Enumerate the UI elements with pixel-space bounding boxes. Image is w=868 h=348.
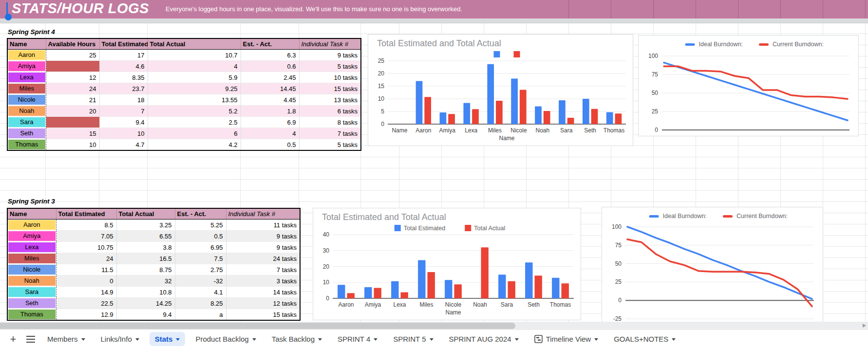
data-cell[interactable]: 10: [99, 128, 148, 139]
data-cell[interactable]: 4.6: [99, 61, 148, 72]
member-name-cell[interactable]: Lexa: [7, 72, 46, 83]
sheet-tab-timeline-view[interactable]: Timeline View: [529, 332, 604, 346]
column-header[interactable]: Individual Task #: [299, 38, 361, 50]
data-cell[interactable]: 8.75: [116, 264, 175, 275]
data-cell[interactable]: 10.7: [148, 50, 241, 61]
data-cell[interactable]: 9 tasks: [299, 50, 361, 61]
data-cell[interactable]: 12 tasks: [226, 298, 300, 309]
data-cell[interactable]: 10.8: [116, 287, 175, 298]
member-name-cell[interactable]: Thomas: [7, 309, 56, 321]
member-name-cell[interactable]: Sara: [7, 117, 46, 128]
data-cell[interactable]: 23.7: [99, 83, 148, 94]
data-cell[interactable]: 9 tasks: [226, 231, 300, 242]
data-cell[interactable]: 20: [46, 106, 99, 117]
member-name-cell[interactable]: Aaron: [7, 220, 56, 231]
data-cell[interactable]: 1.8: [241, 106, 299, 117]
column-header[interactable]: Est. - Act.: [241, 38, 299, 50]
member-name-cell[interactable]: Amiya: [7, 231, 56, 242]
member-name-cell[interactable]: Miles: [7, 83, 46, 94]
data-cell[interactable]: 9.4: [99, 117, 148, 128]
data-cell[interactable]: 11.5: [56, 264, 116, 275]
data-cell[interactable]: 6.95: [175, 242, 226, 253]
data-cell[interactable]: 15 tasks: [299, 83, 361, 94]
data-cell[interactable]: 6 tasks: [299, 106, 361, 117]
selection-handle-dot[interactable]: [5, 14, 12, 20]
sheet-tab-members[interactable]: Members: [42, 332, 91, 346]
data-cell[interactable]: 14.9: [56, 287, 116, 298]
data-cell[interactable]: 5.2: [148, 106, 241, 117]
sheet-tab-sprint-4[interactable]: SPRINT 4: [332, 332, 383, 346]
sheet-tab-sprint-5[interactable]: SPRINT 5: [388, 332, 438, 346]
data-cell[interactable]: 32: [116, 275, 175, 287]
column-header[interactable]: Available Hours: [46, 38, 99, 50]
data-cell[interactable]: 22.5: [56, 298, 116, 309]
data-cell[interactable]: 16.5: [116, 253, 175, 264]
horizontal-scrollbar[interactable]: [0, 322, 868, 330]
data-cell[interactable]: 2.45: [241, 72, 299, 83]
sheet-tab-goals-notes[interactable]: GOALS+NOTES: [608, 332, 681, 346]
column-header[interactable]: Total Actual: [148, 38, 241, 50]
data-cell[interactable]: 8 tasks: [299, 117, 361, 128]
data-cell[interactable]: 0.6: [241, 61, 299, 72]
data-cell[interactable]: 12: [46, 72, 99, 83]
data-cell[interactable]: 3.25: [116, 220, 175, 231]
data-cell[interactable]: -32: [175, 275, 226, 287]
data-cell[interactable]: 6.3: [241, 50, 299, 61]
column-header[interactable]: Individual Task #: [226, 208, 300, 220]
data-cell[interactable]: 0: [56, 275, 116, 287]
data-cell[interactable]: 5 tasks: [299, 139, 361, 151]
data-cell[interactable]: 24: [46, 83, 99, 94]
data-cell[interactable]: 15 tasks: [226, 309, 300, 321]
sheet-tab-links-info[interactable]: Links/Info: [95, 332, 145, 346]
data-cell[interactable]: 24: [56, 253, 116, 264]
bar-chart[interactable]: Total Estimated and Total Actual05101520…: [368, 34, 633, 146]
data-cell[interactable]: 3.8: [116, 242, 175, 253]
data-cell[interactable]: 14.25: [116, 298, 175, 309]
data-cell[interactable]: 10 tasks: [299, 72, 361, 83]
sheet-tab-product-backlog[interactable]: Product Backlog: [190, 332, 261, 346]
data-cell[interactable]: 7 tasks: [226, 264, 300, 275]
member-name-cell[interactable]: Lexa: [7, 242, 56, 253]
data-cell[interactable]: 7 tasks: [299, 128, 361, 139]
data-cell[interactable]: 12.9: [56, 309, 116, 321]
data-cell[interactable]: 15: [46, 128, 99, 139]
data-cell[interactable]: 9.25: [148, 83, 241, 94]
data-cell[interactable]: 10.75: [56, 242, 116, 253]
all-sheets-menu-button[interactable]: [24, 336, 37, 343]
data-cell[interactable]: a: [175, 309, 226, 321]
data-cell[interactable]: 5 tasks: [299, 61, 361, 72]
data-cell[interactable]: 5.25: [175, 220, 226, 231]
member-name-cell[interactable]: Seth: [7, 128, 46, 139]
data-cell[interactable]: 11 tasks: [226, 220, 300, 231]
data-cell[interactable]: 7.05: [56, 231, 116, 242]
data-cell[interactable]: 13.55: [148, 94, 241, 106]
member-name-cell[interactable]: Noah: [7, 275, 56, 287]
member-name-cell[interactable]: Miles: [7, 253, 56, 264]
member-name-cell[interactable]: Sara: [7, 287, 56, 298]
data-cell[interactable]: 7.5: [175, 253, 226, 264]
column-header[interactable]: Est. - Act.: [175, 208, 226, 220]
data-cell[interactable]: 25: [46, 50, 99, 61]
member-name-cell[interactable]: Thomas: [7, 139, 46, 151]
data-cell[interactable]: 0.5: [241, 139, 299, 151]
data-cell[interactable]: 13 tasks: [299, 94, 361, 106]
data-cell[interactable]: 2.75: [175, 264, 226, 275]
member-name-cell[interactable]: Aaron: [7, 50, 46, 61]
data-cell[interactable]: 4.7: [99, 139, 148, 151]
data-cell[interactable]: 6.9: [241, 117, 299, 128]
data-cell[interactable]: 6: [148, 128, 241, 139]
column-header[interactable]: Total Estimated: [56, 208, 116, 220]
data-cell[interactable]: 8.25: [175, 298, 226, 309]
data-cell[interactable]: 6.55: [116, 231, 175, 242]
member-name-cell[interactable]: Seth: [7, 298, 56, 309]
bar-chart[interactable]: Total Estimated and Total ActualTotal Es…: [313, 208, 581, 320]
scroll-right-icon[interactable]: [863, 324, 866, 328]
member-name-cell[interactable]: Noah: [7, 106, 46, 117]
data-cell[interactable]: 21: [46, 94, 99, 106]
data-cell[interactable]: 4.45: [241, 94, 299, 106]
data-cell[interactable]: 8.5: [56, 220, 116, 231]
data-cell[interactable]: 10: [46, 139, 99, 151]
sheet-tab-sprint-aug-2024[interactable]: SPRINT AUG 2024: [444, 332, 524, 346]
data-cell[interactable]: 4: [241, 128, 299, 139]
add-sheet-button[interactable]: +: [7, 334, 19, 345]
